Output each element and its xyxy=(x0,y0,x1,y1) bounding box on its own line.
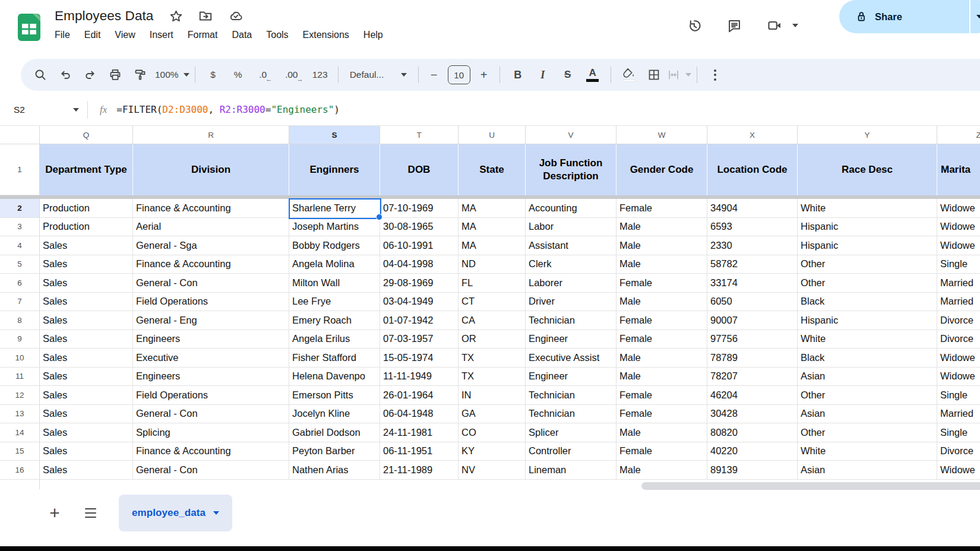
cell-Z15[interactable]: Divorce xyxy=(937,442,980,461)
cell-Q13[interactable]: Sales xyxy=(40,405,133,424)
move-to-folder-icon[interactable] xyxy=(198,8,213,24)
cell-R10[interactable]: Executive xyxy=(133,349,289,368)
cell-T12[interactable]: 26-01-1964 xyxy=(380,386,459,405)
cell-U4[interactable]: MA xyxy=(459,236,526,255)
row-header-4[interactable]: 4 xyxy=(0,236,40,255)
row-header-15[interactable]: 15 xyxy=(0,442,40,461)
cell-X9[interactable]: 97756 xyxy=(707,330,798,349)
more-toolbar-button[interactable] xyxy=(703,63,728,87)
cell-Z7[interactable]: Married xyxy=(937,293,980,312)
cell-S8[interactable]: Emery Roach xyxy=(289,311,380,330)
cell-T9[interactable]: 07-03-1957 xyxy=(380,330,459,349)
column-header-R[interactable]: R xyxy=(133,126,289,144)
cell-R8[interactable]: General - Eng xyxy=(133,311,289,330)
strikethrough-button[interactable]: S xyxy=(555,63,580,87)
cell-Z2[interactable]: Widowe xyxy=(937,199,980,218)
column-header-X[interactable]: X xyxy=(707,126,798,144)
column-header-S[interactable]: S xyxy=(289,126,380,144)
cell-R4[interactable]: General - Sga xyxy=(133,236,289,255)
cell-V1[interactable]: Job Function Description xyxy=(526,144,617,195)
cell-S3[interactable]: Joseph Martins xyxy=(289,218,380,237)
cell-V12[interactable]: Technician xyxy=(526,386,617,405)
meet-video-button[interactable] xyxy=(758,9,791,42)
cell-R11[interactable]: Engineers xyxy=(133,368,289,387)
cell-S15[interactable]: Peyton Barber xyxy=(289,442,380,461)
cell-T2[interactable]: 07-10-1969 xyxy=(380,199,459,218)
redo-button[interactable] xyxy=(78,63,103,87)
more-formats-button[interactable]: 123 xyxy=(308,63,333,87)
comments-button[interactable] xyxy=(717,9,751,42)
cell-V8[interactable]: Technician xyxy=(526,311,617,330)
cell-V2[interactable]: Accounting xyxy=(526,199,617,218)
cell-Q4[interactable]: Sales xyxy=(40,236,133,255)
meet-dropdown-icon[interactable] xyxy=(792,24,798,27)
row-header-9[interactable]: 9 xyxy=(0,330,40,349)
cell-T16[interactable]: 21-11-1989 xyxy=(380,461,459,480)
cell-U6[interactable]: FL xyxy=(459,274,526,293)
cell-Y16[interactable]: Asian xyxy=(798,461,937,480)
column-header-Q[interactable]: Q xyxy=(40,126,133,144)
cell-Q16[interactable]: Sales xyxy=(40,461,133,480)
cell-X8[interactable]: 90007 xyxy=(707,311,798,330)
cell-T7[interactable]: 03-04-1949 xyxy=(380,293,459,312)
cell-X10[interactable]: 78789 xyxy=(707,349,798,368)
cell-W1[interactable]: Gender Code xyxy=(617,144,707,195)
paint-format-button[interactable] xyxy=(128,63,153,87)
row-header-10[interactable]: 10 xyxy=(0,349,40,368)
cell-S14[interactable]: Gabriel Dodson xyxy=(289,423,380,442)
cell-X5[interactable]: 58782 xyxy=(707,255,798,274)
column-header-T[interactable]: T xyxy=(380,126,459,144)
menu-insert[interactable]: Insert xyxy=(143,27,181,43)
sheet-tab-caret-icon[interactable] xyxy=(213,511,219,515)
cell-W6[interactable]: Female xyxy=(617,274,707,293)
cell-Y13[interactable]: Asian xyxy=(798,405,937,424)
cell-R2[interactable]: Finance & Accounting xyxy=(133,199,289,218)
cell-Y8[interactable]: Hispanic xyxy=(798,311,937,330)
name-box-caret-icon[interactable] xyxy=(73,108,79,112)
font-size-input[interactable]: 10 xyxy=(448,65,470,84)
cell-R3[interactable]: Aerial xyxy=(133,218,289,237)
cell-U2[interactable]: MA xyxy=(459,199,526,218)
menu-edit[interactable]: Edit xyxy=(77,27,108,43)
cell-Y4[interactable]: Hispanic xyxy=(798,236,937,255)
cell-W7[interactable]: Male xyxy=(617,293,707,312)
cell-W10[interactable]: Male xyxy=(617,349,707,368)
format-currency-button[interactable]: $ xyxy=(201,63,226,87)
cell-Z3[interactable]: Widowe xyxy=(937,218,980,237)
row-header-6[interactable]: 6 xyxy=(0,274,40,293)
print-button[interactable] xyxy=(103,63,128,87)
cell-T1[interactable]: DOB xyxy=(380,144,459,195)
cell-U11[interactable]: TX xyxy=(459,368,526,387)
cell-Y15[interactable]: White xyxy=(798,442,937,461)
row-header-16[interactable]: 16 xyxy=(0,461,40,480)
row-header-14[interactable]: 14 xyxy=(0,423,40,442)
row-header-1[interactable]: 1 xyxy=(0,144,40,195)
cell-Z6[interactable]: Married xyxy=(937,274,980,293)
cloud-saved-icon[interactable] xyxy=(227,8,244,24)
cell-T14[interactable]: 24-11-1981 xyxy=(380,423,459,442)
italic-button[interactable]: I xyxy=(530,63,555,87)
cell-R1[interactable]: Division xyxy=(133,144,289,195)
sheets-logo-icon[interactable] xyxy=(15,12,43,42)
cell-U8[interactable]: CA xyxy=(459,311,526,330)
cell-Q9[interactable]: Sales xyxy=(40,330,133,349)
column-header-W[interactable]: W xyxy=(617,126,707,144)
version-history-button[interactable] xyxy=(677,9,710,42)
column-header-Z[interactable]: Z xyxy=(937,126,980,144)
cell-S7[interactable]: Lee Frye xyxy=(289,293,380,312)
increase-decimal-button[interactable]: .00→ xyxy=(279,63,304,87)
cell-Y11[interactable]: Asian xyxy=(798,368,937,387)
cell-R6[interactable]: General - Con xyxy=(133,274,289,293)
cell-X1[interactable]: Location Code xyxy=(707,144,798,195)
cell-S13[interactable]: Jocelyn Kline xyxy=(289,405,380,424)
cell-X4[interactable]: 2330 xyxy=(707,236,798,255)
cell-Z16[interactable]: Widowe xyxy=(937,461,980,480)
cell-U5[interactable]: ND xyxy=(459,255,526,274)
cell-Z4[interactable]: Widowe xyxy=(937,236,980,255)
cell-V14[interactable]: Splicer xyxy=(526,423,617,442)
cell-T11[interactable]: 11-11-1949 xyxy=(380,368,459,387)
name-box[interactable]: S2 xyxy=(0,104,73,115)
cell-V9[interactable]: Engineer xyxy=(526,330,617,349)
cell-U14[interactable]: CO xyxy=(459,423,526,442)
document-title[interactable]: Employees Data xyxy=(55,8,153,24)
